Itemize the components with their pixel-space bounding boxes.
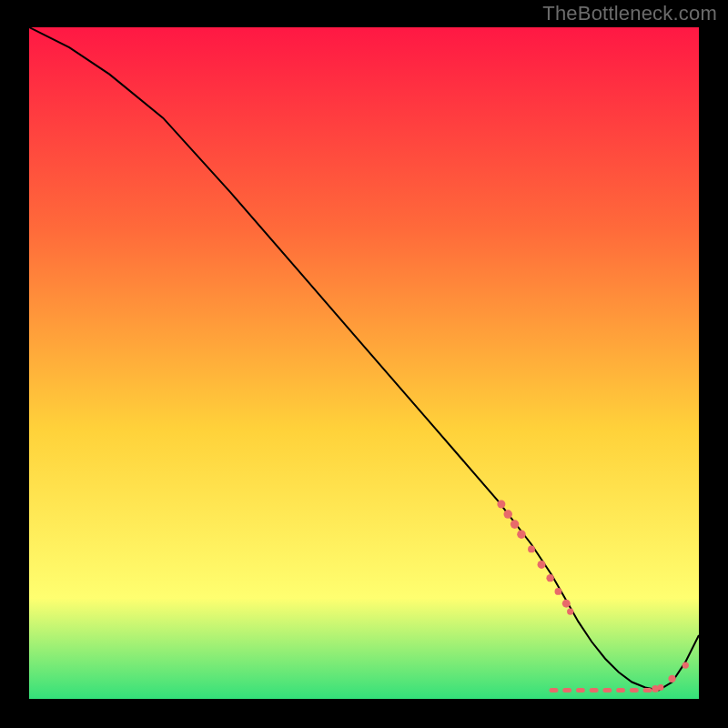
data-marker xyxy=(538,561,546,569)
data-marker xyxy=(497,500,505,509)
data-marker xyxy=(528,546,535,553)
data-marker xyxy=(546,574,553,581)
plot-area xyxy=(29,27,699,699)
bottleneck-chart xyxy=(29,27,699,699)
data-marker xyxy=(555,588,562,595)
data-marker xyxy=(652,685,659,693)
watermark-text: TheBottleneck.com xyxy=(542,2,717,25)
data-marker xyxy=(668,675,675,682)
gradient-background xyxy=(29,27,699,699)
data-marker xyxy=(517,530,526,539)
data-marker xyxy=(511,520,520,529)
data-marker xyxy=(682,662,689,668)
data-marker xyxy=(567,608,573,614)
data-marker xyxy=(658,684,664,691)
chart-frame: TheBottleneck.com xyxy=(0,0,728,728)
data-marker xyxy=(562,600,571,608)
data-marker xyxy=(503,510,512,519)
